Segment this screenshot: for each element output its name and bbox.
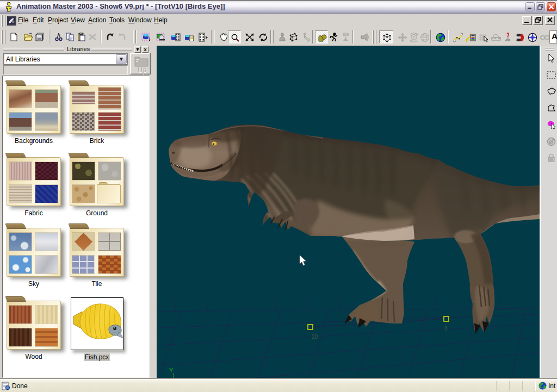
svg-text:0: 0 [444,326,448,332]
svg-text:20: 20 [312,334,318,340]
svg-text:Y: Y [169,367,174,374]
